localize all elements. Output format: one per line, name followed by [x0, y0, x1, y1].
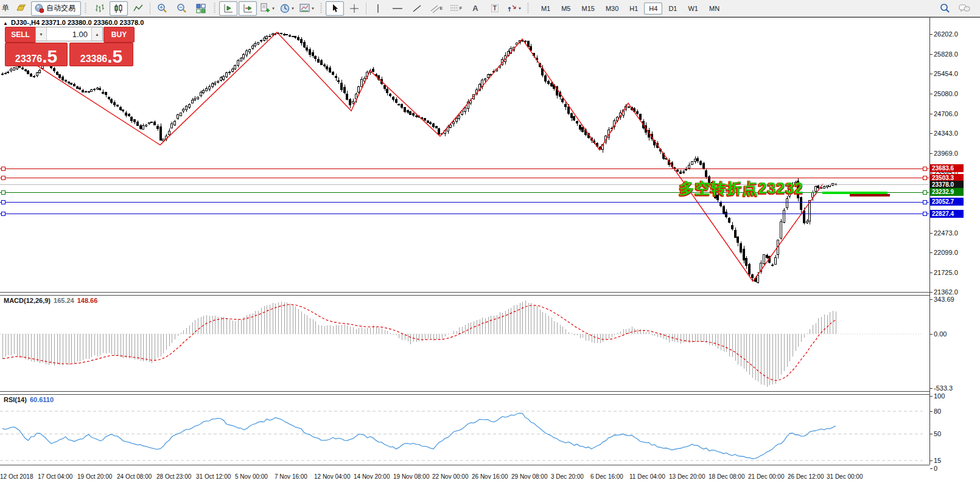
macd-axis-label: 0.00 — [934, 330, 947, 338]
vertical-line-icon — [374, 4, 382, 13]
volume-decrease-button[interactable]: ▼ — [36, 27, 47, 41]
arrow-symbols-icon — [507, 4, 517, 13]
toolbar-handle[interactable] — [85, 3, 86, 14]
time-axis-label: 7 Nov 16:00 — [275, 473, 307, 480]
zoom-out-button[interactable] — [172, 1, 191, 16]
price-axis-tick — [930, 94, 933, 94]
darkred-highlight-bar[interactable] — [850, 194, 890, 196]
price-axis[interactable]: 26202.025828.025454.025080.024706.024343… — [930, 0, 980, 483]
level-line-handle[interactable] — [1, 167, 5, 171]
chevron-down-icon[interactable]: ▼ — [271, 7, 275, 10]
toolbar-right-group — [935, 1, 974, 16]
fibonacci-button[interactable]: F — [447, 1, 465, 16]
autoscroll-button[interactable] — [219, 1, 237, 16]
search-button[interactable] — [936, 1, 954, 16]
templates-button[interactable]: ▼ — [298, 1, 317, 16]
horizontal-level-line[interactable] — [0, 214, 929, 214]
chart-shift-button[interactable] — [239, 1, 257, 16]
cursor-button[interactable] — [326, 1, 344, 16]
level-line-handle[interactable] — [1, 176, 5, 180]
bar-chart-button[interactable] — [90, 1, 108, 16]
macd-value: 165.24 — [54, 297, 74, 304]
buy-button[interactable]: BUY — [103, 27, 135, 43]
periods-button[interactable]: ▼ — [278, 1, 296, 16]
rsi-axis-tick — [930, 460, 933, 461]
timeframe-m1[interactable]: M1 — [536, 2, 555, 15]
horizontal-level-line[interactable] — [0, 202, 929, 203]
candlestick-icon — [114, 4, 124, 13]
level-line-handle[interactable] — [1, 212, 5, 216]
timeframe-m15[interactable]: M15 — [576, 2, 599, 15]
toolbar-handle[interactable] — [214, 3, 215, 14]
chevron-down-icon[interactable]: ▼ — [311, 7, 315, 10]
chart-shift-icon — [243, 4, 253, 13]
timeframe-group: M1M5M15M30H1H4D1W1MN — [536, 2, 725, 15]
crosshair-button[interactable] — [345, 1, 363, 16]
price-axis-tick — [930, 34, 933, 35]
chevron-down-icon[interactable]: ▼ — [291, 7, 295, 10]
time-axis-label: 11 Dec 04:00 — [629, 473, 665, 480]
timeframe-d1[interactable]: D1 — [663, 2, 682, 15]
vertical-line-button[interactable] — [369, 1, 387, 16]
timeframe-mn[interactable]: MN — [704, 2, 724, 15]
timeframe-m30[interactable]: M30 — [601, 2, 623, 15]
chart-plot-area[interactable] — [0, 0, 980, 483]
horizontal-line-button[interactable] — [388, 1, 407, 16]
arrows-button[interactable]: ▼ — [505, 1, 523, 16]
level-line-handle[interactable] — [923, 176, 927, 180]
toolbar-handle[interactable] — [320, 3, 322, 14]
toolbar-separator — [150, 2, 150, 15]
collapse-arrow-icon[interactable]: ▲ — [3, 21, 8, 26]
text-label-icon: T — [491, 4, 499, 12]
order-label[interactable]: 单 — [2, 3, 9, 13]
macd-signal-value: 148.66 — [77, 297, 98, 304]
text-label-button[interactable]: T — [486, 1, 504, 16]
autotrade-button[interactable]: 自动交易 — [31, 1, 81, 16]
macd-panel-separator[interactable] — [0, 292, 929, 296]
trendline-button[interactable] — [408, 1, 426, 16]
level-line-handle[interactable] — [923, 190, 927, 195]
buy-price-button[interactable]: 23386.5 — [69, 43, 133, 66]
level-line-handle[interactable] — [923, 212, 927, 216]
price-axis-tick — [930, 114, 933, 114]
rsi-panel-separator[interactable] — [0, 391, 929, 395]
sell-price-button[interactable]: 23376.5 — [5, 43, 68, 66]
turning-point-annotation[interactable]: 多空转折点23232 — [679, 178, 804, 198]
timeframe-h1[interactable]: H1 — [625, 2, 643, 15]
line-chart-button[interactable] — [129, 1, 147, 16]
clock-icon — [280, 4, 290, 13]
level-line-handle[interactable] — [923, 167, 927, 171]
candlestick-button[interactable] — [110, 1, 128, 16]
level-line-handle[interactable] — [1, 190, 5, 195]
price-tag: 23683.6 — [930, 164, 964, 172]
chat-button[interactable] — [955, 1, 973, 16]
tile-windows-button[interactable] — [192, 1, 210, 16]
horizontal-level-line[interactable] — [0, 169, 929, 169]
price-axis-label: 25080.0 — [934, 90, 958, 97]
toolbar: 单 自动交易 ▼ ▼ ▼ — [0, 0, 980, 17]
new-order-button[interactable] — [12, 1, 30, 16]
text-button[interactable]: A — [466, 1, 485, 16]
timeframe-m5[interactable]: M5 — [556, 2, 575, 15]
time-axis[interactable]: 12 Oct 201817 Oct 04:0019 Oct 20:0024 Oc… — [0, 465, 929, 483]
time-axis-label: 21 Dec 00:00 — [748, 473, 785, 480]
volume-increase-button[interactable]: ▲ — [91, 27, 102, 41]
zoom-in-button[interactable] — [153, 1, 171, 16]
level-line-handle[interactable] — [1, 200, 5, 204]
time-axis-label: 12 Nov 04:00 — [314, 473, 351, 480]
timeframe-h4[interactable]: H4 — [644, 2, 662, 15]
macd-axis-label: -533.3 — [934, 384, 953, 392]
toolbar-separator — [366, 2, 366, 15]
timeframe-w1[interactable]: W1 — [683, 2, 703, 15]
chevron-down-icon[interactable]: ▼ — [518, 7, 522, 10]
sell-button[interactable]: SELL — [5, 27, 36, 43]
rsi-axis-tick — [930, 411, 933, 412]
indicators-button[interactable]: ▼ — [258, 1, 277, 16]
rsi-axis-label: 0 — [934, 465, 937, 472]
ohlc-bars-icon — [94, 4, 104, 13]
rsi-value: 60.6110 — [30, 396, 54, 403]
toolbar-handle[interactable] — [527, 3, 529, 14]
channel-button[interactable]: E — [427, 1, 446, 16]
level-line-handle[interactable] — [923, 200, 927, 204]
volume-value[interactable]: 1.00 — [47, 27, 91, 41]
